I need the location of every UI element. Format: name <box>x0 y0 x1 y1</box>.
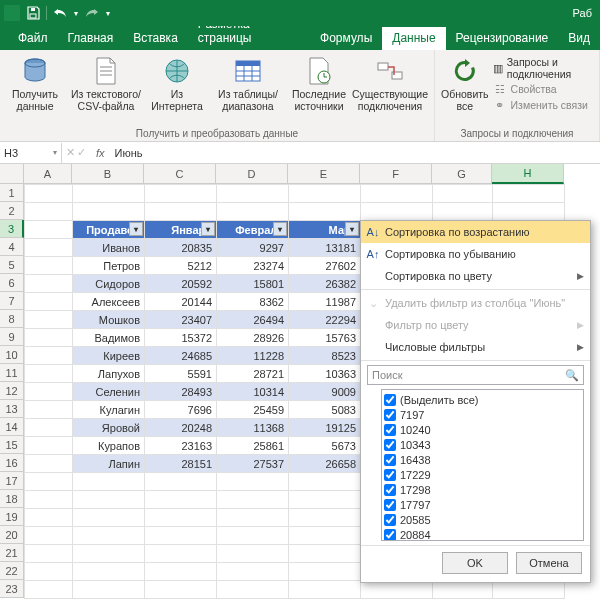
filter-value-checkbox[interactable]: 17229 <box>384 467 581 482</box>
svg-rect-0 <box>30 14 36 18</box>
sort-descending-item[interactable]: A↑ Сортировка по убыванию <box>361 243 590 265</box>
formula-input[interactable]: Июнь <box>111 147 600 159</box>
system-menu-icon[interactable] <box>4 5 20 21</box>
filter-value-checkbox[interactable]: (Выделить все) <box>384 392 581 407</box>
svg-rect-6 <box>236 61 260 66</box>
ribbon-tabs: ФайлГлавнаяВставкаРазметка страницыФорму… <box>0 26 600 50</box>
window-title: Раб <box>573 7 592 19</box>
row-header[interactable]: 6 <box>0 274 24 292</box>
sort-asc-icon: A↓ <box>365 226 381 238</box>
from-csv-button[interactable]: Из текстового/ CSV-файла <box>68 53 144 112</box>
cancel-formula-icon[interactable]: ✕ <box>66 146 75 159</box>
svg-rect-8 <box>378 63 388 70</box>
column-header[interactable]: E <box>288 164 360 184</box>
row-header[interactable]: 13 <box>0 400 24 418</box>
group-label: Запросы и подключения <box>441 126 593 139</box>
row-header[interactable]: 5 <box>0 256 24 274</box>
column-header[interactable]: H <box>492 164 564 184</box>
row-header[interactable]: 1 <box>0 184 24 202</box>
recent-sources-button[interactable]: Последние источники <box>290 53 348 112</box>
column-header[interactable]: B <box>72 164 144 184</box>
filter-search-input[interactable]: Поиск 🔍 <box>367 365 584 385</box>
properties-icon: ☷ <box>493 82 507 96</box>
filter-value-checkbox[interactable]: 20585 <box>384 512 581 527</box>
edit-links-button[interactable]: ⚭Изменить связи <box>493 97 593 113</box>
row-header[interactable]: 2 <box>0 202 24 220</box>
tab-вид[interactable]: Вид <box>558 27 600 50</box>
title-bar: ▾ ▾ Раб <box>0 0 600 26</box>
name-box[interactable]: H3▾ <box>0 143 62 163</box>
database-icon <box>19 55 51 87</box>
row-header[interactable]: 12 <box>0 382 24 400</box>
filter-toggle[interactable]: ▾ <box>201 222 215 236</box>
number-filters-item[interactable]: Числовые фильтры▶ <box>361 336 590 358</box>
row-header[interactable]: 3 <box>0 220 24 238</box>
row-header[interactable]: 22 <box>0 562 24 580</box>
row-header[interactable]: 9 <box>0 328 24 346</box>
undo-button[interactable] <box>49 2 71 24</box>
ok-button[interactable]: OK <box>442 552 508 574</box>
row-header[interactable]: 19 <box>0 508 24 526</box>
column-header[interactable]: D <box>216 164 288 184</box>
sort-ascending-item[interactable]: A↓ Сортировка по возрастанию <box>361 221 590 243</box>
row-header[interactable]: 10 <box>0 346 24 364</box>
undo-dropdown[interactable]: ▾ <box>71 2 81 24</box>
qat-customize[interactable]: ▾ <box>103 2 113 24</box>
tab-вставка[interactable]: Вставка <box>123 27 188 50</box>
column-header[interactable]: G <box>432 164 492 184</box>
filter-value-checkbox[interactable]: 7197 <box>384 407 581 422</box>
filter-toggle[interactable]: ▾ <box>129 222 143 236</box>
filter-value-checkbox[interactable]: 20884 <box>384 527 581 541</box>
row-header[interactable]: 4 <box>0 238 24 256</box>
tab-файл[interactable]: Файл <box>8 27 58 50</box>
row-header[interactable]: 15 <box>0 436 24 454</box>
select-all-corner[interactable] <box>0 164 24 184</box>
redo-button[interactable] <box>81 2 103 24</box>
fx-icon[interactable]: fx <box>90 147 111 159</box>
filter-value-checkbox[interactable]: 17797 <box>384 497 581 512</box>
save-button[interactable] <box>22 2 44 24</box>
from-table-button[interactable]: Из таблицы/ диапазона <box>210 53 286 112</box>
row-header[interactable]: 7 <box>0 292 24 310</box>
column-header[interactable]: C <box>144 164 216 184</box>
column-header[interactable]: A <box>24 164 72 184</box>
text-file-icon <box>90 55 122 87</box>
cancel-button[interactable]: Отмена <box>516 552 582 574</box>
filter-value-checkbox[interactable]: 10240 <box>384 422 581 437</box>
refresh-all-button[interactable]: Обновить все <box>441 53 489 113</box>
filter-toggle[interactable]: ▾ <box>273 222 287 236</box>
row-header[interactable]: 11 <box>0 364 24 382</box>
svg-rect-1 <box>31 8 35 11</box>
filter-dropdown: A↓ Сортировка по возрастанию A↑ Сортиров… <box>360 220 591 583</box>
tab-данные[interactable]: Данные <box>382 27 445 50</box>
link-icon: ⚭ <box>493 98 507 112</box>
queries-connections-button[interactable]: ▥Запросы и подключения <box>493 55 593 81</box>
tab-главная[interactable]: Главная <box>58 27 124 50</box>
existing-connections-button[interactable]: Существующие подключения <box>352 53 428 112</box>
row-header[interactable]: 17 <box>0 472 24 490</box>
filter-value-checkbox[interactable]: 16438 <box>384 452 581 467</box>
tab-формулы[interactable]: Формулы <box>310 27 382 50</box>
row-header[interactable]: 20 <box>0 526 24 544</box>
row-header[interactable]: 16 <box>0 454 24 472</box>
filter-value-checkbox[interactable]: 17298 <box>384 482 581 497</box>
row-header[interactable]: 8 <box>0 310 24 328</box>
globe-icon <box>161 55 193 87</box>
row-header[interactable]: 23 <box>0 580 24 598</box>
column-header[interactable]: F <box>360 164 432 184</box>
filter-by-color-item: Фильтр по цвету▶ <box>361 314 590 336</box>
properties-button[interactable]: ☷Свойства <box>493 81 593 97</box>
filter-values-list[interactable]: (Выделить все)71971024010343164381722917… <box>381 389 584 541</box>
filter-value-checkbox[interactable]: 10343 <box>384 437 581 452</box>
sort-by-color-item[interactable]: Сортировка по цвету▶ <box>361 265 590 287</box>
row-header[interactable]: 14 <box>0 418 24 436</box>
row-header[interactable]: 18 <box>0 490 24 508</box>
table-icon <box>232 55 264 87</box>
filter-toggle[interactable]: ▾ <box>345 222 359 236</box>
accept-formula-icon[interactable]: ✓ <box>77 146 86 159</box>
row-headers: 1234567891011121314151617181920212223 <box>0 184 24 598</box>
from-web-button[interactable]: Из Интернета <box>148 53 206 112</box>
tab-рецензирование[interactable]: Рецензирование <box>446 27 559 50</box>
get-data-button[interactable]: Получить данные <box>6 53 64 112</box>
row-header[interactable]: 21 <box>0 544 24 562</box>
